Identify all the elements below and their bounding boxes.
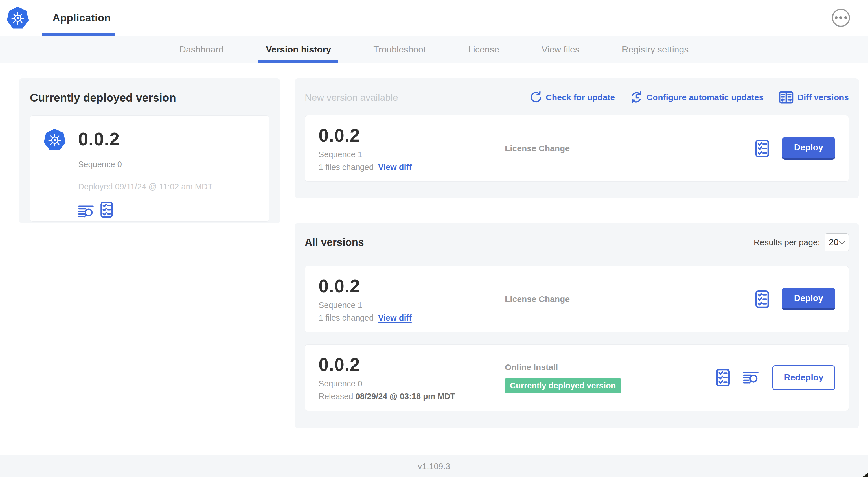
tab-version-history[interactable]: Version history [258,36,338,63]
version-source: Online Install Currently deployed versio… [505,362,716,393]
version-number: 0.0.2 [318,354,505,375]
files-changed-line: 1 files changed View diff [318,162,505,172]
all-versions-header: All versions Results per page: 20 [305,233,849,252]
current-version-number: 0.0.2 [78,129,213,150]
check-for-update-link[interactable]: Check for update [529,91,615,103]
schedule-update-icon [630,91,643,103]
app-title[interactable]: Application [53,0,111,36]
source-label: Online Install [505,362,716,372]
tab-view-files[interactable]: View files [534,36,587,63]
results-per-page-select[interactable]: 20 [825,233,849,251]
files-changed-count: 1 files changed [318,313,374,323]
diff-versions-link[interactable]: Diff versions [779,91,849,103]
currently-deployed-panel: Currently deployed version [19,79,280,223]
currently-deployed-details: 0.0.2 Sequence 0 Deployed 09/11/24 @ 11:… [78,129,213,218]
diff-icon [779,91,794,103]
app-footer: v1.109.3 [0,455,868,477]
new-version-actions: Check for update Configure automatic upd… [529,91,849,103]
new-version-title: New version available [305,92,398,103]
tab-dashboard-label: Dashboard [180,44,224,55]
currently-deployed-badge: Currently deployed version [505,378,621,393]
results-per-page-label: Results per page: [754,238,820,247]
preflight-checklist-icon[interactable] [755,140,769,157]
tab-view-files-label: View files [541,44,580,55]
tab-troubleshoot-label: Troubleshoot [373,44,426,55]
ellipsis-menu-icon[interactable] [832,9,850,27]
version-row-actions: Redeploy [716,365,835,390]
tab-bar: Dashboard Version history Troubleshoot L… [0,36,868,63]
check-for-update-label: Check for update [546,93,615,102]
new-version-row: 0.0.2 Sequence 1 1 files changed View di… [305,115,849,182]
version-number: 0.0.2 [318,276,505,297]
currently-deployed-card: 0.0.2 Sequence 0 Deployed 09/11/24 @ 11:… [30,115,269,221]
version-info: 0.0.2 Sequence 1 1 files changed View di… [318,125,505,172]
chevron-down-icon [839,240,845,245]
kubernetes-logo [44,129,66,151]
configure-automatic-updates-label: Configure automatic updates [647,93,764,102]
version-info: 0.0.2 Sequence 1 1 files changed View di… [318,276,505,323]
deploy-button[interactable]: Deploy [782,137,835,160]
kubernetes-logo [7,7,29,29]
app-header: Application [0,0,868,36]
redeploy-button[interactable]: Redeploy [772,365,835,390]
version-sequence: Sequence 1 [318,301,505,310]
view-diff-link[interactable]: View diff [378,162,412,172]
tab-troubleshoot[interactable]: Troubleshoot [366,36,433,63]
refresh-icon [529,91,542,103]
tab-license[interactable]: License [461,36,506,63]
tab-registry-settings-label: Registry settings [622,44,689,55]
console-version: v1.109.3 [417,461,450,471]
version-row-sequence-1: 0.0.2 Sequence 1 1 files changed View di… [305,266,849,332]
current-deployed-timestamp: Deployed 09/11/24 @ 11:02 am MDT [78,182,213,191]
logs-icon[interactable] [78,205,95,218]
active-tab-underline [258,60,338,63]
current-version-actions [78,202,213,218]
files-changed-line: 1 files changed View diff [318,313,505,323]
preflight-checklist-icon[interactable] [755,290,769,308]
version-source: License Change [505,144,755,153]
source-label: License Change [505,144,755,153]
diff-versions-label: Diff versions [798,93,849,102]
version-info: 0.0.2 Sequence 0 Released 08/29/24 @ 03:… [318,354,505,401]
new-version-panel-header: New version available Check for update [305,88,849,107]
view-diff-link[interactable]: View diff [378,313,412,323]
version-number: 0.0.2 [318,125,505,146]
preflight-checklist-icon[interactable] [100,202,113,218]
version-sequence: Sequence 1 [318,150,505,159]
version-sequence: Sequence 0 [318,379,505,388]
currently-deployed-title: Currently deployed version [30,91,269,104]
tab-version-history-label: Version history [266,44,331,55]
tab-dashboard[interactable]: Dashboard [172,36,231,63]
all-versions-title: All versions [305,237,364,248]
tab-license-label: License [468,44,499,55]
version-row-actions: Deploy [755,288,835,310]
preflight-checklist-icon[interactable] [716,368,730,387]
version-row-actions: Deploy [755,137,835,160]
configure-automatic-updates-link[interactable]: Configure automatic updates [630,91,764,103]
version-source: License Change [505,294,755,304]
app-active-underline [42,33,115,36]
source-label: License Change [505,294,755,304]
deploy-button[interactable]: Deploy [782,288,835,310]
released-timestamp: Released 08/29/24 @ 03:18 pm MDT [318,392,505,401]
files-changed-count: 1 files changed [318,162,374,172]
results-per-page: Results per page: 20 [754,233,849,251]
version-row-sequence-0: 0.0.2 Sequence 0 Released 08/29/24 @ 03:… [305,344,849,411]
all-versions-panel: All versions Results per page: 20 0.0.2 … [294,223,859,428]
released-prefix: Released [318,392,353,401]
released-date: 08/29/24 @ 03:18 pm MDT [355,392,456,401]
current-sequence: Sequence 0 [78,160,213,169]
logs-icon[interactable] [743,371,760,384]
new-version-panel: New version available Check for update [294,79,859,198]
tab-registry-settings[interactable]: Registry settings [615,36,696,63]
results-per-page-value: 20 [829,237,838,247]
